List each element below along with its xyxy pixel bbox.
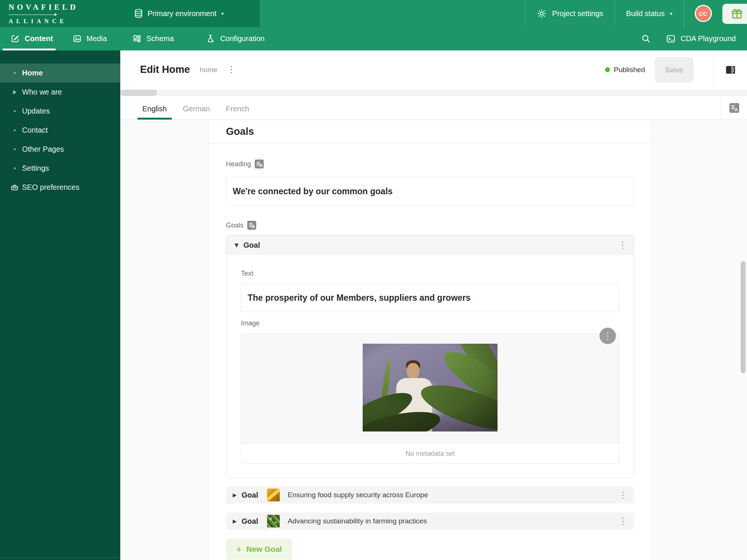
chevron-down-icon: ▾ <box>221 11 224 16</box>
translate-icon[interactable]: A <box>729 103 739 113</box>
horizontal-scrollbar-thumb[interactable] <box>120 90 157 96</box>
topbar: NOVAFIELD ALLIANCE Primary environment ▾ <box>0 0 747 27</box>
logo-line2: ALLIANCE <box>9 18 121 25</box>
sidebar-item-home[interactable]: Home <box>0 64 120 83</box>
navbar-right: CDA Playground <box>641 27 747 50</box>
bullet-icon <box>10 72 19 74</box>
heading-input[interactable] <box>226 177 634 206</box>
collapse-triangle-icon: ▼ <box>235 242 239 248</box>
content-sidebar: Home Who we are Updates Contact Other Pa… <box>0 50 120 560</box>
sidebar-item-label: Who we are <box>22 88 62 96</box>
app-logo: NOVAFIELD ALLIANCE <box>0 0 121 27</box>
project-settings-label: Project settings <box>552 9 603 18</box>
goal-item-collapsed[interactable]: ▶ Goal Advancing sustainability in farmi… <box>226 513 634 530</box>
project-settings-button[interactable]: Project settings <box>525 0 614 27</box>
main-area: Edit Home home ⋮ Published Save <box>120 50 747 560</box>
image-metadata-label: No metadata set <box>241 443 619 463</box>
cda-playground-link[interactable]: CDA Playground <box>666 34 736 44</box>
text-field-label: Text <box>241 270 619 278</box>
sidebar-item-who-we-are[interactable]: Who we are <box>0 83 120 102</box>
goal-photo <box>363 344 498 431</box>
page-header: Edit Home home ⋮ Published Save <box>120 50 747 89</box>
goal-kebab-menu[interactable]: ⋮ <box>619 491 627 499</box>
nav-tab-media[interactable]: Media <box>67 27 112 50</box>
goal-image-preview[interactable] <box>241 334 619 443</box>
section-title: Goals <box>226 126 254 137</box>
nav-tab-configuration[interactable]: Configuration <box>201 27 270 50</box>
add-menu-item-button[interactable]: + Add menu item... <box>0 557 120 560</box>
goal-accordion-header[interactable]: ▼ Goal ⋮ <box>226 235 634 255</box>
sidebar-item-label: Updates <box>22 107 50 115</box>
sidebar-item-label: SEO preferences <box>22 183 79 192</box>
environment-selector[interactable]: Primary environment ▾ <box>121 0 260 27</box>
translate-icon: A <box>247 221 256 230</box>
logo-line1: NOVAFIELD <box>9 3 121 12</box>
sidebar-item-contact[interactable]: Contact <box>0 121 120 140</box>
horizontal-scrollbar <box>120 90 747 96</box>
goal-text-input[interactable] <box>241 284 619 312</box>
bullet-icon <box>10 167 19 169</box>
bullet-icon <box>10 148 19 150</box>
search-icon[interactable] <box>641 34 651 44</box>
logo-arrow-icon <box>9 13 57 17</box>
sidebar-item-updates[interactable]: Updates <box>0 102 120 121</box>
build-status-button[interactable]: Build status ▾ <box>614 0 684 27</box>
expand-triangle-icon: ▶ <box>233 492 237 498</box>
goal-kebab-menu[interactable]: ⋮ <box>618 241 627 250</box>
nav-tab-schema[interactable]: Schema <box>127 27 179 50</box>
published-status-dot <box>605 67 610 72</box>
goal-accordion-body: Text Image <box>226 255 634 477</box>
edit-form-panel: Goals Heading A Goals A <box>208 120 651 560</box>
nav-tab-label: Schema <box>146 34 174 43</box>
tab-english[interactable]: English <box>137 105 172 120</box>
new-goal-label: New Goal <box>246 545 282 554</box>
translate-icon: A <box>255 160 264 168</box>
sidebar-menu: Home Who we are Updates Contact Other Pa… <box>0 50 120 197</box>
gear-icon <box>537 9 547 19</box>
bullet-icon <box>10 129 19 131</box>
nav-tab-label: Media <box>87 34 107 43</box>
locale-tabs-right: A <box>721 96 747 120</box>
avatar[interactable]: CC <box>695 5 712 22</box>
flask-gear-icon <box>206 34 215 43</box>
vertical-scrollbar-thumb[interactable] <box>741 261 746 373</box>
goal-thumbnail-plants <box>267 515 280 527</box>
database-icon <box>134 9 143 18</box>
gift-icon <box>731 7 743 20</box>
schema-grid-icon <box>132 34 142 43</box>
sidebar-item-other-pages[interactable]: Other Pages <box>0 140 120 159</box>
sidebar-item-label: Settings <box>22 164 49 173</box>
save-button[interactable]: Save <box>655 57 694 83</box>
sidebar-item-seo-preferences[interactable]: SEO preferences <box>0 178 120 197</box>
tab-french[interactable]: French <box>221 105 254 120</box>
side-panel-toggle-icon[interactable] <box>725 65 737 75</box>
chevron-down-icon: ▾ <box>670 11 672 16</box>
gift-button[interactable] <box>722 4 747 24</box>
nav-tab-label: Configuration <box>220 34 264 43</box>
avatar-zone: CC <box>684 0 722 27</box>
sidebar-item-label: Home <box>22 69 43 77</box>
sidebar-item-label: Contact <box>22 126 48 134</box>
build-status-label: Build status <box>626 9 664 18</box>
new-goal-button[interactable]: + New Goal <box>226 539 292 560</box>
topbar-spacer <box>260 0 525 27</box>
main-navbar: Content Media Sc <box>0 27 747 50</box>
page-kebab-menu[interactable]: ⋮ <box>227 65 236 74</box>
image-field-label: Image <box>241 319 619 327</box>
image-kebab-menu[interactable]: ⋮ <box>599 328 616 344</box>
goal-kebab-menu[interactable]: ⋮ <box>619 517 627 526</box>
image-icon <box>72 34 82 43</box>
goal-item-collapsed[interactable]: ▶ Goal Ensuring food supply security acr… <box>226 486 634 504</box>
nav-tab-label: Content <box>25 34 53 43</box>
heading-field-label: Heading A <box>226 160 634 168</box>
edit-icon <box>10 34 20 43</box>
goals-field-label: Goals A <box>226 221 634 230</box>
plus-icon: + <box>236 544 242 554</box>
bullet-icon <box>10 110 19 112</box>
page-slug: home <box>200 66 218 74</box>
nav-tab-content[interactable]: Content <box>5 27 58 50</box>
tab-german[interactable]: German <box>178 105 215 120</box>
sidebar-item-settings[interactable]: Settings <box>0 159 120 178</box>
app-window: NOVAFIELD ALLIANCE Primary environment ▾ <box>0 0 747 560</box>
expand-arrow-icon <box>10 90 19 95</box>
